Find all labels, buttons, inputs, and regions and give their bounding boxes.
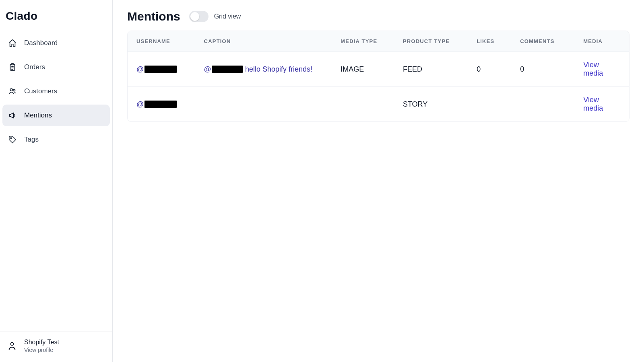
redacted-text [144,101,177,108]
view-media-link[interactable]: View media [583,96,603,112]
sidebar-nav: Dashboard Orders Customers [0,32,112,150]
th-media-type: MEDIA TYPE [332,31,394,52]
username-link[interactable]: @ [136,100,177,109]
cell-comments: 0 [511,52,574,87]
svg-point-2 [10,88,12,91]
grid-view-toggle[interactable] [189,11,208,22]
sidebar-item-label: Mentions [24,111,52,119]
sidebar: Clado Dashboard Orders [0,0,113,362]
table-row: @ @ hello Shopify friends! [128,52,629,87]
sidebar-item-mentions[interactable]: Mentions [2,105,110,126]
th-likes: LIKES [468,31,511,52]
cell-username: @ [128,52,195,87]
cell-media: View media [574,87,629,122]
table-row: @ STORY [128,87,629,122]
user-icon [6,340,18,352]
grid-view-label: Grid view [214,13,241,20]
caption-text: hello Shopify friends! [245,65,312,74]
at-symbol: @ [204,65,211,74]
sidebar-item-customers[interactable]: Customers [2,80,110,102]
sidebar-item-label: Orders [24,63,45,71]
tag-icon [7,134,18,145]
app-shell: Clado Dashboard Orders [0,0,644,362]
redacted-text [212,66,243,73]
user-name: Shopify Test [24,339,59,346]
view-media-link[interactable]: View media [583,61,603,77]
main: Mentions Grid view [113,0,644,362]
table-header-row: USERNAME CAPTION MEDIA TYPE PRODUCT TYPE… [128,31,629,52]
at-symbol: @ [136,100,144,109]
cell-username: @ [128,87,195,122]
username-link[interactable]: @ [136,65,177,74]
cell-likes [468,87,511,122]
cell-likes: 0 [468,52,511,87]
home-icon [7,38,18,48]
cell-product-type: FEED [394,52,468,87]
mentions-table-card: USERNAME CAPTION MEDIA TYPE PRODUCT TYPE… [127,31,630,122]
svg-point-4 [10,138,12,139]
th-username: USERNAME [128,31,195,52]
page-title: Mentions [127,10,180,23]
redacted-text [144,66,177,73]
sidebar-top: Clado Dashboard Orders [0,10,112,150]
megaphone-icon [7,110,18,121]
cell-media-type [332,87,394,122]
at-symbol: @ [136,65,144,74]
th-media: MEDIA [574,31,629,52]
users-icon [7,86,18,97]
caption-handle-link[interactable]: @ [204,65,243,74]
th-comments: COMMENTS [511,31,574,52]
sidebar-footer: Shopify Test View profile [0,331,112,362]
page-header: Mentions Grid view [127,10,630,23]
cell-caption: @ hello Shopify friends! [195,52,332,87]
cell-media-type: IMAGE [332,52,394,87]
th-caption: CAPTION [195,31,332,52]
sidebar-item-orders[interactable]: Orders [2,56,110,78]
view-profile-link[interactable]: View profile [24,347,59,353]
mentions-table: USERNAME CAPTION MEDIA TYPE PRODUCT TYPE… [128,31,629,121]
sidebar-item-dashboard[interactable]: Dashboard [2,32,110,54]
cell-media: View media [574,52,629,87]
clipboard-icon [7,62,18,72]
brand: Clado [0,10,112,32]
grid-view-toggle-wrap: Grid view [189,11,241,22]
svg-point-3 [13,89,15,91]
cell-product-type: STORY [394,87,468,122]
user-meta: Shopify Test View profile [24,339,59,353]
sidebar-item-label: Tags [24,136,39,144]
svg-point-5 [11,343,14,346]
sidebar-item-label: Dashboard [24,39,58,47]
sidebar-item-label: Customers [24,87,57,95]
toggle-knob [190,12,199,21]
cell-comments [511,87,574,122]
cell-caption [195,87,332,122]
th-product-type: PRODUCT TYPE [394,31,468,52]
sidebar-item-tags[interactable]: Tags [2,129,110,150]
